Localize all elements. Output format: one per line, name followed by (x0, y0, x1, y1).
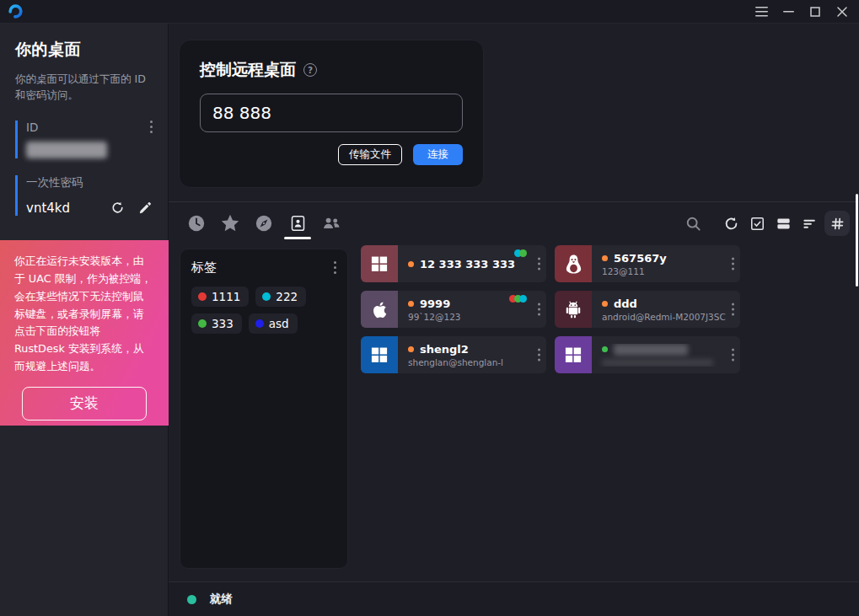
otp-label: 一次性密码 (26, 175, 83, 190)
sidebar: 你的桌面 你的桌面可以通过下面的 ID 和密码访问。 ID 一次性密码 vnt4… (0, 24, 169, 616)
peer-tabs (186, 211, 341, 236)
windows-logo-icon (368, 344, 390, 366)
windows-logo-icon (562, 344, 584, 366)
peer-card[interactable]: shengl2 shenglan@shenglan-l (361, 336, 546, 373)
tag-label: 333 (212, 317, 234, 330)
tag-chip[interactable]: 222 (255, 287, 306, 307)
peer-os-icon (361, 291, 398, 328)
id-section: ID (15, 121, 153, 158)
tag-label: 1111 (212, 290, 240, 303)
peer-menu-icon[interactable] (538, 258, 540, 271)
tab-favorites[interactable] (220, 213, 240, 233)
edit-password-icon[interactable] (138, 201, 153, 215)
tags-title: 标签 (191, 260, 217, 276)
card-view-icon[interactable] (772, 212, 794, 234)
tag-chip[interactable]: 333 (191, 313, 242, 334)
tags-menu-icon[interactable] (334, 261, 336, 274)
peer-os-icon (555, 336, 592, 373)
search-icon[interactable] (682, 212, 704, 234)
refresh-peers-icon[interactable] (720, 212, 742, 234)
main-area: 控制远程桌面 ? 传输文件 连接 (169, 24, 859, 616)
install-warning-banner: 你正在运行未安装版本，由于 UAC 限制，作为被控端，会在某些情况下无法控制鼠标… (0, 240, 169, 426)
peer-menu-icon[interactable] (732, 303, 734, 316)
otp-value: vnt4kd (26, 201, 70, 216)
help-icon[interactable]: ? (303, 63, 317, 77)
tag-chip[interactable]: asd (249, 313, 298, 334)
grid-view-icon[interactable] (824, 211, 850, 236)
status-ready-dot (187, 595, 196, 604)
statusbar: 就绪 (169, 581, 859, 616)
sort-icon[interactable] (798, 212, 820, 234)
maximize-button[interactable] (807, 3, 824, 20)
peer-card[interactable]: ddd android@Redmi-M2007J3SC (555, 291, 740, 328)
otp-section: 一次性密码 vnt4kd (15, 175, 153, 216)
scrollbar-thumb[interactable] (856, 194, 858, 287)
peer-username: android@Redmi-M2007J3SC (602, 312, 728, 322)
rustdesk-logo-icon (8, 3, 24, 19)
peer-toolbar (682, 211, 850, 236)
titlebar (0, 0, 859, 24)
tab-recent-sessions[interactable] (186, 213, 207, 233)
peer-name: 9999 (420, 297, 450, 310)
tag-color-dot (262, 292, 271, 301)
redacted-id-value (26, 142, 107, 158)
peer-name: 12 333 333 333 (420, 258, 515, 271)
id-menu-icon[interactable] (150, 121, 153, 133)
tab-group[interactable] (321, 213, 341, 233)
redacted-peer-name (614, 344, 688, 356)
peer-username: 99`12@123 (408, 312, 534, 322)
transfer-file-button[interactable]: 传输文件 (338, 144, 402, 165)
peer-menu-icon[interactable] (538, 303, 540, 316)
refresh-password-icon[interactable] (110, 201, 125, 215)
control-remote-desktop-card: 控制远程桌面 ? 传输文件 连接 (179, 40, 484, 188)
install-button[interactable]: 安装 (22, 387, 147, 420)
minimize-button[interactable] (780, 3, 797, 20)
peer-grid: 12 333 333 333 567567y (361, 245, 740, 373)
peer-menu-icon[interactable] (732, 258, 734, 271)
peer-status-dot (408, 346, 414, 352)
tab-discovered[interactable] (254, 213, 274, 233)
peer-menu-icon[interactable] (732, 349, 734, 362)
tag-label: asd (269, 317, 289, 330)
close-button[interactable] (834, 3, 851, 20)
peer-username: 123@111 (602, 266, 728, 276)
peer-tag-dots (512, 295, 527, 303)
tag-color-dot (255, 319, 264, 328)
remote-id-input[interactable] (200, 94, 463, 132)
sidebar-title: 你的桌面 (15, 39, 153, 61)
tags-panel: 标签 1111 222 333 asd (180, 249, 348, 569)
windows-logo-icon (368, 253, 390, 275)
tag-list: 1111 222 333 asd (191, 287, 336, 334)
sidebar-description: 你的桌面可以通过下面的 ID 和密码访问。 (15, 71, 153, 104)
peer-status-dot (408, 261, 414, 267)
peer-card[interactable]: 567567y 123@111 (555, 245, 740, 282)
select-peers-checkbox-icon[interactable] (746, 212, 768, 234)
tag-label: 222 (276, 290, 298, 303)
peer-name: shengl2 (420, 343, 469, 356)
peer-username: shenglan@shenglan-l (408, 357, 534, 367)
status-text: 就绪 (210, 592, 233, 607)
peer-os-icon (555, 245, 592, 282)
peer-status-dot (408, 301, 414, 307)
connect-button[interactable]: 连接 (413, 144, 463, 165)
peer-name: ddd (614, 297, 637, 310)
peer-os-icon (361, 245, 398, 282)
divider (169, 201, 859, 202)
android-robot-icon (562, 298, 584, 320)
peer-card[interactable]: 9999 99`12@123 (361, 291, 546, 328)
tag-color-dot (198, 292, 207, 301)
window-menu-button[interactable] (753, 3, 770, 20)
peer-menu-icon[interactable] (538, 349, 540, 362)
linux-tux-icon (562, 253, 585, 276)
redacted-peer-username (602, 359, 713, 367)
peer-card[interactable] (555, 336, 740, 373)
peer-os-icon (361, 336, 398, 373)
peer-status-dot (602, 255, 608, 261)
tag-color-dot (198, 319, 207, 328)
peer-status-dot (602, 346, 608, 352)
peer-card[interactable]: 12 333 333 333 (361, 245, 546, 282)
tab-address-book[interactable] (287, 213, 308, 233)
id-label: ID (26, 121, 38, 134)
peer-tag-dots (517, 249, 527, 257)
tag-chip[interactable]: 1111 (191, 287, 249, 307)
